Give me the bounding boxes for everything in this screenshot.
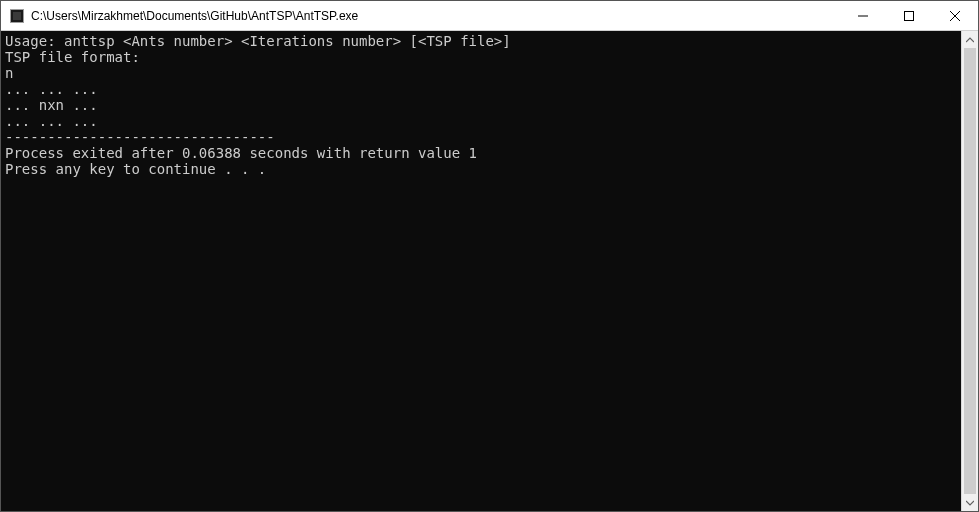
svg-rect-3	[905, 11, 914, 20]
console-line: TSP file format:	[5, 49, 961, 65]
close-button[interactable]	[932, 1, 978, 30]
window-title: C:\Users\Mirzakhmet\Documents\GitHub\Ant…	[31, 9, 358, 23]
scroll-thumb[interactable]	[964, 48, 976, 494]
scroll-down-button[interactable]	[962, 494, 978, 511]
console-output[interactable]: Usage: anttsp <Ants number> <Iterations …	[1, 31, 961, 511]
console-line: Usage: anttsp <Ants number> <Iterations …	[5, 33, 961, 49]
vertical-scrollbar[interactable]	[961, 31, 978, 511]
maximize-button[interactable]	[886, 1, 932, 30]
console-line: ... ... ...	[5, 113, 961, 129]
svg-rect-1	[13, 12, 21, 20]
client-area: Usage: anttsp <Ants number> <Iterations …	[1, 31, 978, 511]
titlebar[interactable]: C:\Users\Mirzakhmet\Documents\GitHub\Ant…	[1, 1, 978, 31]
console-line: Press any key to continue . . .	[5, 161, 961, 177]
console-line: n	[5, 65, 961, 81]
console-line: ... nxn ...	[5, 97, 961, 113]
console-line: ... ... ...	[5, 81, 961, 97]
window-controls	[840, 1, 978, 30]
console-line: --------------------------------	[5, 129, 961, 145]
scroll-track[interactable]	[962, 48, 978, 494]
console-line: Process exited after 0.06388 seconds wit…	[5, 145, 961, 161]
minimize-button[interactable]	[840, 1, 886, 30]
scroll-up-button[interactable]	[962, 31, 978, 48]
app-icon	[9, 8, 25, 24]
